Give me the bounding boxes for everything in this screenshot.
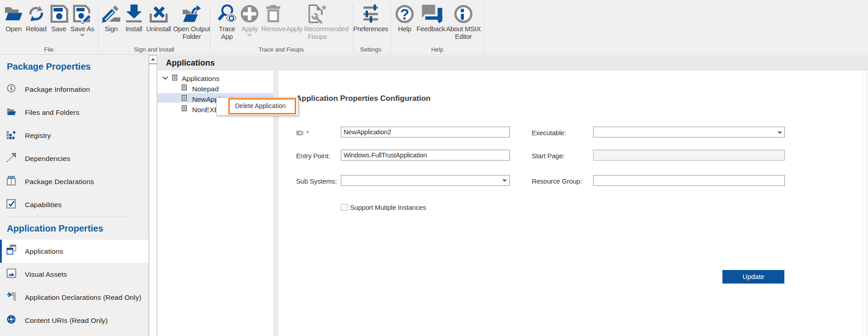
svg-text:?: ? — [400, 6, 409, 23]
